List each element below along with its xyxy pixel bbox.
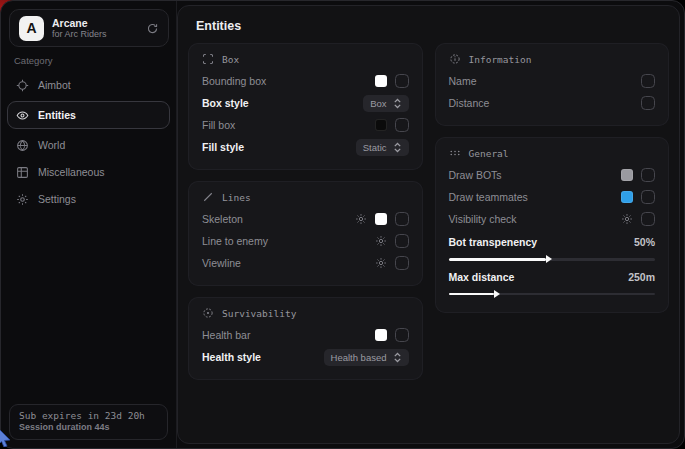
setting-label: Distance [449,97,490,109]
checkbox[interactable] [395,234,409,248]
health-style-dropdown[interactable]: Health based [324,349,409,366]
refresh-icon[interactable] [146,22,159,35]
setting-row-viewline: Viewline [202,252,409,274]
sidebar-item-label: Settings [38,193,76,205]
setting-label: Health style [202,351,261,363]
setting-label: Name [449,75,477,87]
dropdown-value: Static [363,142,387,153]
setting-label: Line to enemy [202,235,268,247]
setting-label: Box style [202,97,249,109]
globe-icon [16,139,29,152]
color-swatch[interactable] [375,75,387,87]
row-gear-icon[interactable] [621,213,633,225]
app-subtitle: for Arc Riders [52,29,138,39]
chevron-up-down-icon [393,98,402,109]
card-information: Information Name Distance [435,43,670,126]
max-distance-slider[interactable] [449,293,656,296]
color-swatch[interactable] [375,213,387,225]
color-swatch[interactable] [375,329,387,341]
checkbox[interactable] [641,190,655,204]
checkbox[interactable] [395,118,409,132]
checkbox[interactable] [641,74,655,88]
sidebar-item-entities[interactable]: Entities [7,101,170,129]
slider-label-row: Max distance 250m [449,267,656,287]
card-survivability-header: Survivability [202,307,409,319]
box-brackets-icon [202,53,214,65]
setting-label: Max distance [449,271,515,283]
sidebar-item-label: World [38,139,65,151]
session-duration-text: Session duration 44s [19,422,158,432]
box-style-dropdown[interactable]: Box [363,95,408,112]
setting-row-bot-transparency: Bot transpenency 50% [449,232,656,261]
sidebar-nav: Aimbot Entities [1,71,176,213]
bot-transparency-slider[interactable] [449,258,656,261]
setting-label: Draw teammates [449,191,528,203]
card-columns: Box Bounding box Box style [178,37,679,386]
chevron-up-down-icon [393,142,402,153]
setting-label: Bounding box [202,75,266,87]
setting-row-health-style: Health style Health based [202,346,409,368]
sidebar: A Arcane for Arc Riders Category [1,1,177,448]
setting-label: Health bar [202,329,250,341]
checkbox[interactable] [395,256,409,270]
row-gear-icon[interactable] [375,235,387,247]
arcane-window: A Arcane for Arc Riders Category [0,0,685,449]
checkbox[interactable] [395,328,409,342]
color-swatch[interactable] [621,191,633,203]
setting-row-health-bar: Health bar [202,324,409,346]
checkbox[interactable] [395,212,409,226]
diagonal-line-icon [202,191,214,203]
row-gear-icon[interactable] [375,257,387,269]
setting-row-visibility-check: Visibility check [449,208,656,230]
crosshair-icon [16,79,29,92]
checkbox[interactable] [641,96,655,110]
card-information-header: Information [449,53,656,65]
left-column: Box Bounding box Box style [188,43,423,380]
checkbox[interactable] [641,168,655,182]
mouse-cursor [0,429,13,449]
checkbox[interactable] [641,212,655,226]
setting-label: Viewline [202,257,241,269]
setting-row-bounding-box: Bounding box [202,70,409,92]
card-title: Survivability [222,308,296,319]
screen: A Arcane for Arc Riders Category [0,0,685,449]
dots-grid-icon [449,147,461,159]
card-title: Information [469,54,532,65]
entities-eye-icon [16,109,29,122]
app-title-block: Arcane for Arc Riders [52,17,138,39]
sidebar-item-aimbot[interactable]: Aimbot [7,72,170,98]
category-label: Category [14,55,53,66]
slider-value: 50% [634,236,655,248]
sidebar-item-world[interactable]: World [7,132,170,158]
setting-label: Visibility check [449,213,517,225]
main-panel: Entities Box [177,5,680,444]
color-swatch[interactable] [375,119,387,131]
setting-row-draw-teammates: Draw teammates [449,186,656,208]
slider-fill [449,293,494,296]
setting-label: Fill style [202,141,244,153]
setting-label: Fill box [202,119,235,131]
card-survivability: Survivability Health bar Health style [188,297,423,380]
sidebar-item-label: Aimbot [38,79,71,91]
slider-value: 250m [628,271,655,283]
card-lines-header: Lines [202,191,409,203]
app-name: Arcane [52,17,138,29]
setting-row-box-style: Box style Box [202,92,409,114]
fill-style-dropdown[interactable]: Static [356,139,409,156]
info-icon [449,53,461,65]
card-title: General [469,148,509,159]
row-gear-icon[interactable] [355,213,367,225]
slider-label-row: Bot transpenency 50% [449,232,656,252]
dropdown-value: Box [370,98,386,109]
setting-label: Skeleton [202,213,243,225]
color-swatch[interactable] [621,169,633,181]
sub-expires-text: Sub expires in 23d 20h [19,410,158,421]
card-lines: Lines Skeleton [188,181,423,286]
setting-label: Bot transpenency [449,236,538,248]
sidebar-item-settings[interactable]: Settings [7,186,170,212]
checkbox[interactable] [395,74,409,88]
card-title: Lines [222,192,251,203]
sidebar-item-miscellaneous[interactable]: Miscellaneous [7,159,170,185]
card-title: Box [222,54,239,65]
survivability-icon [202,307,214,319]
